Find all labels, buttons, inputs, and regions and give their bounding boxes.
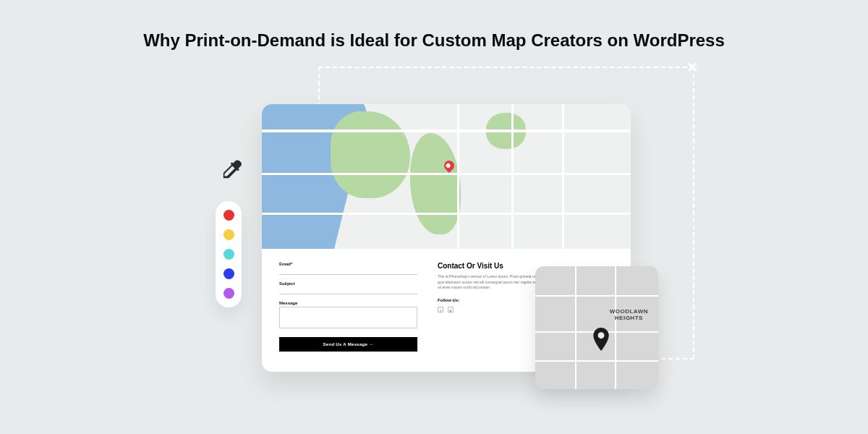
color-swatch-yellow[interactable]: [224, 229, 234, 240]
send-button[interactable]: Send Us A Message →: [279, 337, 417, 352]
social-icon[interactable]: p: [448, 307, 454, 312]
message-field[interactable]: [279, 307, 417, 328]
color-swatch-cyan[interactable]: [224, 249, 234, 260]
message-label: Message: [279, 301, 417, 305]
close-icon[interactable]: ✕: [684, 59, 700, 75]
svg-point-0: [598, 332, 605, 339]
page-title: Why Print-on-Demand is Ideal for Custom …: [0, 30, 868, 51]
map-canvas[interactable]: [262, 104, 631, 249]
neighborhood-label: WOODLAWN HEIGHTS: [610, 308, 648, 321]
color-palette: [216, 201, 242, 307]
eyedropper-icon[interactable]: [218, 156, 243, 184]
subject-label: Subject: [279, 281, 417, 286]
map-thumbnail-card[interactable]: WOODLAWN HEIGHTS: [535, 266, 658, 389]
subject-field[interactable]: [279, 287, 417, 294]
color-swatch-purple[interactable]: [224, 288, 234, 299]
email-label: Email*: [279, 262, 417, 266]
email-field[interactable]: [279, 268, 417, 275]
color-swatch-blue[interactable]: [224, 268, 234, 279]
color-swatch-red[interactable]: [224, 210, 234, 221]
social-icon[interactable]: t: [438, 307, 443, 312]
thumbnail-pin-icon: [592, 328, 610, 354]
